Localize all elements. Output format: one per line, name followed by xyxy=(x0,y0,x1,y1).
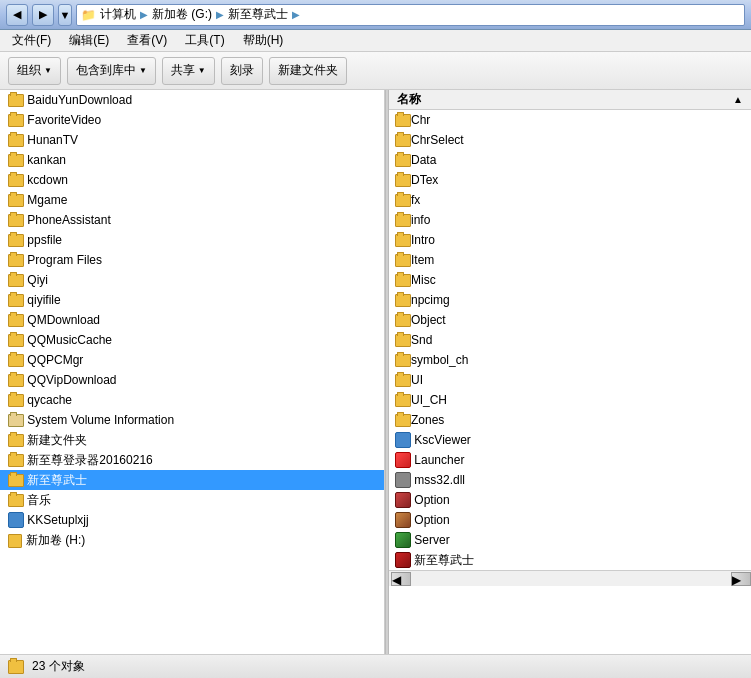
scroll-track xyxy=(411,572,731,586)
list-item[interactable]: Program Files xyxy=(0,250,384,270)
folder-icon xyxy=(8,174,24,187)
list-item[interactable]: Qiyi xyxy=(0,270,384,290)
list-item[interactable]: ChrSelect xyxy=(389,130,751,150)
folder-icon xyxy=(8,434,24,447)
list-item[interactable]: QQPCMgr xyxy=(0,350,384,370)
toolbar: 组织 ▼ 包含到库中 ▼ 共享 ▼ 刻录 新建文件夹 xyxy=(0,52,751,90)
forward-button[interactable]: ▶ xyxy=(32,4,54,26)
column-name-label[interactable]: 名称 xyxy=(397,91,421,108)
address-bar[interactable]: 📁 计算机 ▶ 新加卷 (G:) ▶ 新至尊武士 ▶ xyxy=(76,4,745,26)
menu-tools[interactable]: 工具(T) xyxy=(177,30,232,51)
list-item[interactable]: kcdown xyxy=(0,170,384,190)
list-item[interactable]: qiyifile xyxy=(0,290,384,310)
list-item[interactable]: Intro xyxy=(389,230,751,250)
horizontal-scrollbar[interactable]: ◀ ▶ xyxy=(389,570,751,586)
burn-button[interactable]: 刻录 xyxy=(221,57,263,85)
folder-icon xyxy=(395,154,411,167)
list-item[interactable]: QMDownload xyxy=(0,310,384,330)
folder-icon xyxy=(8,474,24,487)
list-item[interactable]: Object xyxy=(389,310,751,330)
list-item[interactable]: Zones xyxy=(389,410,751,430)
menu-edit[interactable]: 编辑(E) xyxy=(61,30,117,51)
address-part-2[interactable]: 新加卷 (G:) xyxy=(152,6,212,23)
list-item[interactable]: qycache xyxy=(0,390,384,410)
option2-icon xyxy=(395,512,411,528)
list-item[interactable]: 新至尊武士 xyxy=(389,550,751,570)
list-item[interactable]: symbol_ch xyxy=(389,350,751,370)
list-item[interactable]: Option xyxy=(389,510,751,530)
new-folder-button[interactable]: 新建文件夹 xyxy=(269,57,347,85)
address-icon: 📁 xyxy=(81,8,96,22)
list-item[interactable]: FavoriteVideo xyxy=(0,110,384,130)
folder-icon xyxy=(395,214,411,227)
list-item[interactable]: UI_CH xyxy=(389,390,751,410)
list-item[interactable]: Item xyxy=(389,250,751,270)
folder-icon xyxy=(395,274,411,287)
organize-chevron: ▼ xyxy=(44,66,52,75)
address-part-3[interactable]: 新至尊武士 xyxy=(228,6,288,23)
list-item[interactable]: QQVipDownload xyxy=(0,370,384,390)
collapse-icon[interactable]: ▲ xyxy=(733,94,743,105)
right-panel: 名称 ▲ Chr ChrSelect Data DTex fx info xyxy=(389,90,751,654)
include-chevron: ▼ xyxy=(139,66,147,75)
game-icon xyxy=(395,552,411,568)
menu-bar: 文件(F) 编辑(E) 查看(V) 工具(T) 帮助(H) xyxy=(0,30,751,52)
status-bar: 23 个对象 xyxy=(0,654,751,678)
status-folder-icon xyxy=(8,660,24,674)
include-button[interactable]: 包含到库中 ▼ xyxy=(67,57,156,85)
list-item[interactable]: KscViewer xyxy=(389,430,751,450)
folder-icon xyxy=(8,94,24,107)
left-panel[interactable]: BaiduYunDownload FavoriteVideo HunanTV k… xyxy=(0,90,385,654)
list-item[interactable]: info xyxy=(389,210,751,230)
list-item[interactable]: Snd xyxy=(389,330,751,350)
menu-file[interactable]: 文件(F) xyxy=(4,30,59,51)
list-item[interactable]: Server xyxy=(389,530,751,550)
list-item[interactable]: UI xyxy=(389,370,751,390)
list-item[interactable]: 新加卷 (H:) xyxy=(0,530,384,550)
back-button[interactable]: ◀ xyxy=(6,4,28,26)
folder-icon xyxy=(395,334,411,347)
menu-help[interactable]: 帮助(H) xyxy=(235,30,292,51)
list-item[interactable]: KKSetuplxjj xyxy=(0,510,384,530)
scroll-left-btn[interactable]: ◀ xyxy=(391,572,411,586)
folder-icon xyxy=(8,134,24,147)
organize-button[interactable]: 组织 ▼ xyxy=(8,57,61,85)
list-item[interactable]: 新至尊登录器20160216 xyxy=(0,450,384,470)
list-item[interactable]: Data xyxy=(389,150,751,170)
dropdown-button[interactable]: ▼ xyxy=(58,4,72,26)
folder-icon xyxy=(8,194,24,207)
right-panel-list[interactable]: Chr ChrSelect Data DTex fx info Intro It… xyxy=(389,110,751,654)
list-item[interactable]: ppsfile xyxy=(0,230,384,250)
menu-view[interactable]: 查看(V) xyxy=(119,30,175,51)
folder-icon xyxy=(395,194,411,207)
list-item[interactable]: mss32.dll xyxy=(389,470,751,490)
separator-1: ▶ xyxy=(140,9,148,20)
list-item[interactable]: 音乐 xyxy=(0,490,384,510)
address-part-1[interactable]: 计算机 xyxy=(100,6,136,23)
folder-icon xyxy=(395,174,411,187)
list-item[interactable]: npcimg xyxy=(389,290,751,310)
list-item[interactable]: Option xyxy=(389,490,751,510)
list-item[interactable]: HunanTV xyxy=(0,130,384,150)
list-item[interactable]: Chr xyxy=(389,110,751,130)
folder-icon xyxy=(395,394,411,407)
list-item[interactable]: System Volume Information xyxy=(0,410,384,430)
list-item[interactable]: DTex xyxy=(389,170,751,190)
list-item[interactable]: Misc xyxy=(389,270,751,290)
list-item-selected[interactable]: 新至尊武士 xyxy=(0,470,384,490)
separator-3: ▶ xyxy=(292,9,300,20)
folder-icon xyxy=(8,374,24,387)
include-label: 包含到库中 xyxy=(76,62,136,79)
scroll-right-btn[interactable]: ▶ xyxy=(731,572,751,586)
list-item[interactable]: Mgame xyxy=(0,190,384,210)
list-item[interactable]: kankan xyxy=(0,150,384,170)
share-button[interactable]: 共享 ▼ xyxy=(162,57,215,85)
list-item[interactable]: QQMusicCache xyxy=(0,330,384,350)
list-item[interactable]: PhoneAssistant xyxy=(0,210,384,230)
list-item[interactable]: fx xyxy=(389,190,751,210)
folder-icon xyxy=(8,494,24,507)
list-item[interactable]: 新建文件夹 xyxy=(0,430,384,450)
title-bar: ◀ ▶ ▼ 📁 计算机 ▶ 新加卷 (G:) ▶ 新至尊武士 ▶ xyxy=(0,0,751,30)
list-item[interactable]: Launcher xyxy=(389,450,751,470)
list-item[interactable]: BaiduYunDownload xyxy=(0,90,384,110)
